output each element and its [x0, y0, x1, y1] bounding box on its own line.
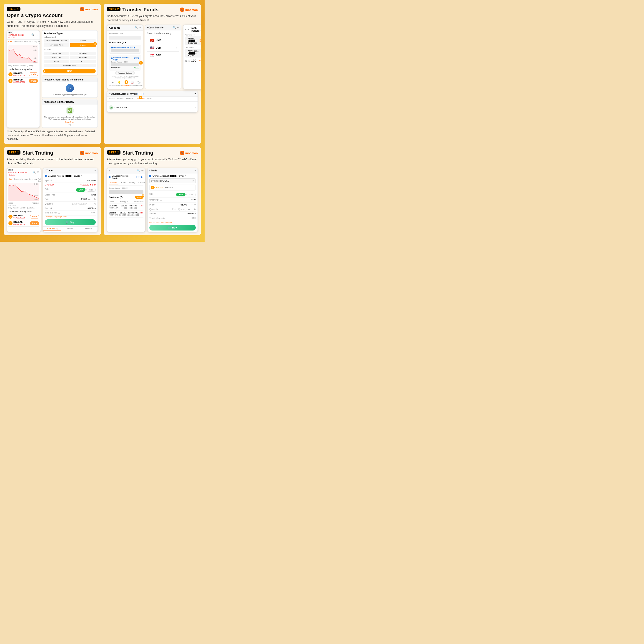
- trade-btcusd-btn[interactable]: Trade: [29, 73, 38, 76]
- assets-search[interactable]: 🔍: [137, 169, 140, 172]
- btc-label-2: BTC: [8, 169, 33, 171]
- trade-back-2[interactable]: ‹: [149, 169, 150, 172]
- tab-more[interactable]: More: [146, 97, 153, 101]
- perm-crypto[interactable]: Crypto 2: [70, 43, 96, 47]
- symbol-close[interactable]: ✕: [192, 179, 194, 182]
- positions-tab[interactable]: Positions (2): [43, 228, 61, 231]
- big-buy-btn-2[interactable]: 🛒 Buy: [149, 225, 196, 231]
- tab-weekly[interactable]: Weekly: [13, 65, 19, 66]
- usd-option[interactable]: 🇺🇸 USD ›: [147, 44, 179, 52]
- permission-panel: Permission Types Not Activated Stock Con…: [42, 30, 98, 75]
- td-back[interactable]: ‹: [185, 28, 186, 30]
- tab-orders-2[interactable]: Orders: [118, 180, 128, 185]
- sgd-option[interactable]: 🇸🇬 SGD ›: [147, 52, 179, 59]
- moomoo-logo-2: 🐾 moomoo: [180, 8, 198, 12]
- next-button[interactable]: Next 3: [44, 69, 96, 73]
- search-icon[interactable]: 🔍: [31, 33, 35, 36]
- tab-watchlist[interactable]: ★ Watchlist: [109, 81, 116, 87]
- trade-btcsgd-btn-2[interactable]: Trade: [30, 221, 39, 225]
- heart-icon-2[interactable]: ♡: [37, 171, 39, 174]
- accounts-search-icon[interactable]: 🔍: [135, 26, 138, 29]
- price-plus[interactable]: +: [91, 198, 93, 200]
- tab-quarterly[interactable]: Quarterly...: [27, 65, 35, 66]
- assets-mail[interactable]: ✉: [141, 169, 143, 172]
- accounts-mail-icon[interactable]: ✉: [139, 26, 141, 29]
- tab-news-2[interactable]: News: [24, 178, 28, 182]
- ct-more[interactable]: ···: [177, 26, 179, 29]
- buy-btn-2[interactable]: Buy: [176, 193, 185, 196]
- price-refresh-2[interactable]: ↻: [194, 203, 196, 206]
- accounts-settings-btn[interactable]: Accounts Settings: [115, 71, 135, 75]
- trade-order-phone-2: ‹ Trade ··· Universal Account (████) - C…: [147, 168, 198, 232]
- sell-btn-2[interactable]: Sell: [186, 193, 196, 196]
- qty-minus[interactable]: —: [88, 203, 90, 205]
- qty-plus[interactable]: +: [91, 203, 93, 205]
- tab-chart[interactable]: Chart: [8, 40, 13, 45]
- tab-comments-2[interactable]: Comments: [14, 178, 23, 182]
- td-close[interactable]: ✕: [187, 28, 189, 30]
- qty-percent-2[interactable]: %: [194, 208, 196, 210]
- heart-icon[interactable]: ♡: [36, 33, 38, 36]
- tab-history[interactable]: History: [125, 97, 134, 101]
- trade-back[interactable]: ‹: [45, 169, 45, 172]
- universal-crypto-row[interactable]: Universal Account - Crypto ████ Crypto A…: [109, 55, 141, 70]
- big-buy-btn[interactable]: 🛒 Buy: [45, 219, 96, 225]
- tab-d2[interactable]: Daily: [8, 207, 12, 209]
- price-plus-2[interactable]: +: [191, 203, 193, 206]
- moomoo-icon-1: 🐾: [80, 7, 84, 11]
- tradable-pairs-title-2: Tradable Currency Pairs: [8, 210, 39, 213]
- orders-tab[interactable]: Orders: [61, 228, 79, 231]
- tab-wealth[interactable]: 📈 Wealth: [130, 81, 135, 87]
- trade-more-2[interactable]: ···: [194, 169, 196, 172]
- tab-orders[interactable]: Orders: [116, 97, 125, 101]
- trade-positions-btn[interactable]: Trade ⚙: [135, 196, 143, 199]
- tab-assets-2[interactable]: Assets: [109, 180, 118, 185]
- tab-accounts[interactable]: 💰 Accounts 1: [122, 81, 130, 87]
- tab-w2[interactable]: Weekly: [13, 207, 19, 209]
- price-minus-2[interactable]: —: [188, 203, 190, 206]
- tab-monthly[interactable]: Monthly: [20, 65, 25, 66]
- trade-more[interactable]: ···: [94, 169, 96, 172]
- history-tab[interactable]: History: [79, 228, 98, 231]
- search-icon-2[interactable]: 🔍: [33, 171, 36, 174]
- step3b-quadrant: STEP 3 Start Trading 🐾 moomoo Alternativ…: [104, 147, 201, 235]
- price-row: Price 65703 — + ↻: [45, 197, 96, 202]
- tab-discover[interactable]: 🔭 Discover: [135, 81, 143, 87]
- start-now-btn[interactable]: Start Now: [44, 121, 96, 123]
- sell-btn[interactable]: Sell: [86, 188, 96, 192]
- skip-label[interactable]: Skip: [44, 124, 96, 126]
- tab-rq-2[interactable]: Related Qu...: [38, 178, 41, 182]
- tab-comments[interactable]: Comments: [14, 40, 23, 45]
- buy-btn[interactable]: Buy: [76, 188, 85, 192]
- ct-search[interactable]: 🔍: [173, 26, 176, 29]
- symbol-dropdown[interactable]: ₿ BTCUSD BTC/USD: [149, 185, 196, 190]
- trade-btcsgd-btn[interactable]: Trade: [29, 79, 38, 83]
- tab-history-2[interactable]: History: [127, 180, 136, 185]
- tab-q2[interactable]: Quarterly...: [27, 207, 35, 209]
- tab-adviser[interactable]: 💡 Adviser: [116, 81, 122, 87]
- price-minus[interactable]: —: [88, 198, 90, 200]
- symbol-search[interactable]: Symbol BTC/USD ✕: [149, 178, 196, 183]
- tab-summary-2[interactable]: Summary: [29, 178, 37, 182]
- price-refresh[interactable]: ↻: [94, 198, 96, 200]
- assets-back[interactable]: ‹: [109, 170, 110, 172]
- tab-summary[interactable]: Summary: [29, 40, 37, 45]
- trade-btcusd-btn-2[interactable]: Trade: [30, 215, 39, 218]
- tab-relatedqu[interactable]: Related Qu...: [38, 40, 40, 45]
- tab-daily[interactable]: Daily: [8, 65, 12, 66]
- tab-news[interactable]: News: [24, 40, 28, 45]
- tab-chart-2[interactable]: Chart: [8, 178, 13, 182]
- tab-m2[interactable]: Monthly: [20, 207, 25, 209]
- qty-minus-2[interactable]: —: [188, 208, 190, 210]
- detail-back[interactable]: ‹: [109, 93, 110, 95]
- tab-me[interactable]: 👤 Me: [143, 81, 143, 87]
- tab-transfers-2[interactable]: Transfers: [136, 180, 145, 185]
- transfer-all-btn[interactable]: Transfer all: [199, 60, 201, 62]
- tab-assets[interactable]: Assets: [107, 97, 116, 101]
- cash-transfer-item[interactable]: 💵 Cash Transfer ›: [109, 104, 196, 111]
- tab-transfers[interactable]: Transfers 3: [134, 97, 146, 101]
- qty-plus-2[interactable]: +: [191, 208, 193, 210]
- universal-account-row[interactable]: Universal Account ████: [109, 45, 141, 54]
- hkd-option[interactable]: 🇭🇰 HKD ›: [147, 37, 179, 44]
- qty-percent[interactable]: %: [94, 203, 96, 205]
